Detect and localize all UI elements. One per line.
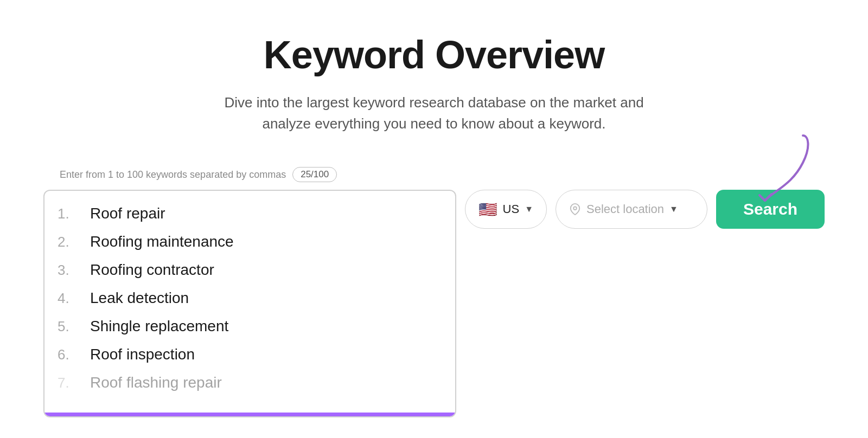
location-placeholder: Select location — [586, 202, 664, 216]
keyword-text: Shingle replacement — [90, 318, 228, 335]
keyword-list-item: 1.Roof repair — [55, 199, 444, 228]
keyword-list-item: 3.Roofing contractor — [55, 256, 444, 284]
keywords-input-box[interactable]: 1.Roof repair2.Roofing maintenance3.Roof… — [43, 190, 456, 417]
keyword-text: Leak detection — [90, 289, 189, 307]
country-selector[interactable]: 🇺🇸 US ▼ — [465, 190, 547, 229]
keyword-count-label: Enter from 1 to 100 keywords separated b… — [60, 167, 337, 182]
location-chevron-icon: ▼ — [669, 204, 678, 214]
search-button-wrapper: Search — [716, 190, 825, 229]
keyword-number: 2. — [58, 234, 79, 250]
keyword-number: 4. — [58, 290, 79, 307]
page-subtitle: Dive into the largest keyword research d… — [217, 92, 651, 134]
keyword-number: 6. — [58, 346, 79, 363]
keyword-list-item: 6.Roof inspection — [55, 340, 444, 369]
keyword-text: Roofing maintenance — [90, 233, 234, 250]
keyword-number: 1. — [58, 205, 79, 222]
search-row: 1.Roof repair2.Roofing maintenance3.Roof… — [43, 190, 825, 417]
count-label-text: Enter from 1 to 100 keywords separated b… — [60, 169, 286, 181]
keyword-number: 3. — [58, 262, 79, 279]
keyword-text: Roofing contractor — [90, 261, 214, 279]
keyword-text: Roof repair — [90, 205, 165, 222]
keyword-list-item: 4.Leak detection — [55, 284, 444, 312]
chevron-down-icon: ▼ — [525, 204, 533, 214]
arrow-decoration — [749, 130, 814, 208]
keyword-number: 5. — [58, 318, 79, 335]
page-title: Keyword Overview — [264, 33, 604, 77]
keyword-list: 1.Roof repair2.Roofing maintenance3.Roof… — [44, 191, 455, 405]
keyword-count-badge: 25/100 — [292, 167, 337, 182]
location-selector[interactable]: Select location ▼ — [556, 190, 707, 229]
keyword-number: 7. — [58, 375, 79, 391]
country-code: US — [503, 202, 520, 216]
purple-bar — [44, 413, 455, 416]
location-pin-icon — [569, 203, 581, 215]
svg-point-0 — [573, 207, 577, 210]
keyword-text: Roof inspection — [90, 346, 195, 363]
keyword-list-item: 5.Shingle replacement — [55, 312, 444, 340]
flag-icon: 🇺🇸 — [478, 201, 497, 218]
keyword-list-item: 2.Roofing maintenance — [55, 228, 444, 256]
keyword-list-item: 7.Roof flashing repair — [55, 369, 444, 397]
keyword-text: Roof flashing repair — [90, 374, 222, 391]
